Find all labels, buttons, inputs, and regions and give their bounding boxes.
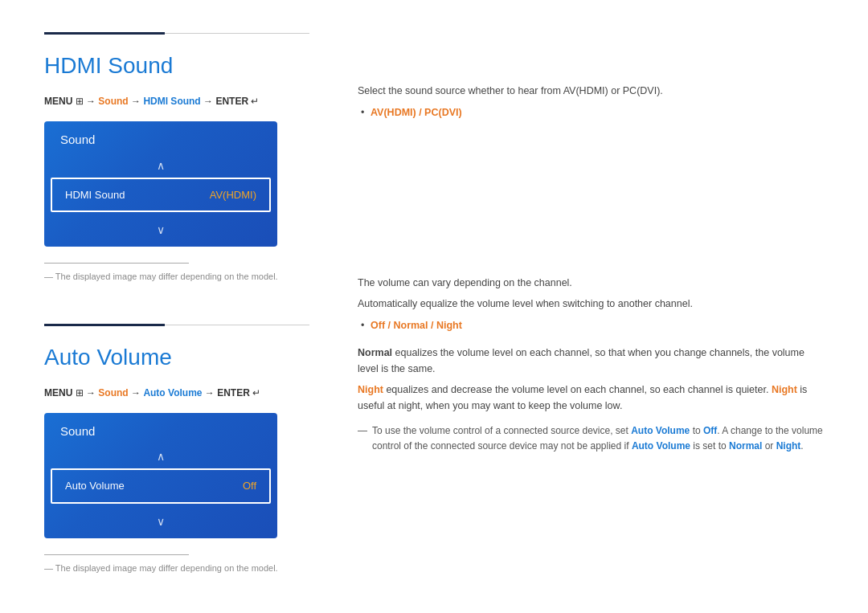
tv-menu-2-item: Auto Volume Off xyxy=(51,468,271,504)
section1-title: HDMI Sound xyxy=(44,49,309,83)
section1-bullet-1: AV(HDMI) / PC(DVI) xyxy=(358,105,824,121)
disclaimer-text-2: The displayed image may differ depending… xyxy=(55,563,278,573)
section2-title: Auto Volume xyxy=(44,341,309,374)
note-text: To use the volume control of a connected… xyxy=(372,423,824,454)
tv-menu-1-header: Sound xyxy=(44,121,277,154)
menu-prefix-2: MENU xyxy=(44,387,72,398)
line-dark-1 xyxy=(44,32,165,35)
menu-prefix-1: MENU xyxy=(44,96,72,107)
note-dash: ― xyxy=(358,423,367,439)
tv-menu-2-arrow-down: ∨ xyxy=(44,510,277,538)
right-panel: Select the sound source whether to hear … xyxy=(334,32,824,574)
disclaimer-line-1 xyxy=(44,263,189,264)
section2-bullet-text: Off / Normal / Night xyxy=(371,320,462,331)
tv-menu-2-header: Sound xyxy=(44,413,277,446)
menu-sound-1: Sound xyxy=(98,96,128,107)
disclaimer-dash-1: ― xyxy=(44,272,55,281)
tv-menu-2: Sound ∧ Auto Volume Off ∨ xyxy=(44,413,277,538)
tv-menu-2-item-value: Off xyxy=(243,478,256,494)
tv-menu-1-item: HDMI Sound AV(HDMI) xyxy=(51,178,271,213)
disclaimer-dash-2: ― xyxy=(44,563,55,573)
menu-sound-2: Sound xyxy=(98,387,128,398)
section2: Auto Volume MENU ⊞ → Sound → Auto Volume… xyxy=(44,324,309,575)
menu-arrow-2: → xyxy=(203,96,215,107)
left-panel: HDMI Sound MENU ⊞ → Sound → HDMI Sound →… xyxy=(44,32,334,574)
night-label-2: Night xyxy=(772,384,797,395)
section2-note: ― To use the volume control of a connect… xyxy=(358,423,824,454)
section2-normal-desc: Normal equalizes the volume level on eac… xyxy=(358,345,824,377)
night-label-1: Night xyxy=(358,384,383,395)
line-light-1 xyxy=(165,33,309,34)
section2-desc2: Automatically equalize the volume level … xyxy=(358,296,824,312)
menu-enter-2: ENTER xyxy=(217,387,250,398)
menu-icon-2: ⊞ → xyxy=(76,387,99,398)
tv-menu-1: Sound ∧ HDMI Sound AV(HDMI) ∨ xyxy=(44,121,277,247)
line-dark-2 xyxy=(44,324,165,326)
note-auto-volume-1: Auto Volume xyxy=(631,425,690,436)
menu-arrow-3: → xyxy=(131,387,143,398)
night-desc-text-1: equalizes and decrease the volume level … xyxy=(386,384,772,395)
section1: HDMI Sound MENU ⊞ → Sound → HDMI Sound →… xyxy=(44,32,309,284)
section1-bullets: AV(HDMI) / PC(DVI) xyxy=(358,105,824,121)
tv-menu-1-arrow-up: ∧ xyxy=(44,154,277,178)
enter-icon-1: ↵ xyxy=(251,96,259,107)
section2-right: The volume can vary depending on the cha… xyxy=(358,275,824,454)
note-normal: Normal xyxy=(729,440,762,452)
menu-icon-1: ⊞ → xyxy=(76,96,99,107)
section1-desc: Select the sound source whether to hear … xyxy=(358,83,824,99)
tv-menu-1-item-value: AV(HDMI) xyxy=(210,187,256,203)
tv-menu-2-arrow-up: ∧ xyxy=(44,445,277,468)
tv-menu-1-arrow-down: ∨ xyxy=(44,219,277,247)
menu-item-1: HDMI Sound xyxy=(143,96,200,107)
section1-disclaimer: ― The displayed image may differ dependi… xyxy=(44,270,309,284)
section2-bullet-1: Off / Normal / Night xyxy=(358,318,824,333)
section1-menu-path: MENU ⊞ → Sound → HDMI Sound → ENTER ↵ xyxy=(44,94,309,108)
menu-item-2: Auto Volume xyxy=(143,387,202,398)
tv-menu-1-item-label: HDMI Sound xyxy=(65,187,125,203)
section1-top-line xyxy=(44,32,309,35)
section2-night-desc: Night equalizes and decrease the volume … xyxy=(358,382,824,414)
note-night: Night xyxy=(776,440,801,452)
menu-enter-1: ENTER xyxy=(215,96,248,107)
disclaimer-line-2 xyxy=(44,554,189,555)
normal-label: Normal xyxy=(358,347,392,358)
menu-arrow-4: → xyxy=(205,387,217,398)
normal-desc-text: equalizes the volume level on each chann… xyxy=(358,347,805,374)
section1-bullet-text: AV(HDMI) / PC(DVI) xyxy=(371,107,462,118)
note-off: Off xyxy=(703,425,717,436)
section2-top-line xyxy=(44,324,309,326)
menu-arrow-1: → xyxy=(131,96,143,107)
section1-right: Select the sound source whether to hear … xyxy=(358,36,824,121)
section2-desc1: The volume can vary depending on the cha… xyxy=(358,275,824,291)
disclaimer-text-1: The displayed image may differ depending… xyxy=(55,272,278,281)
enter-icon-2: ↵ xyxy=(252,387,260,398)
note-auto-volume-2: Auto Volume xyxy=(632,440,690,452)
tv-menu-2-item-label: Auto Volume xyxy=(65,478,125,494)
section2-menu-path: MENU ⊞ → Sound → Auto Volume → ENTER ↵ xyxy=(44,386,309,400)
line-light-2 xyxy=(165,325,309,325)
section2-bullets: Off / Normal / Night xyxy=(358,318,824,333)
page-container: HDMI Sound MENU ⊞ → Sound → HDMI Sound →… xyxy=(0,0,868,607)
section2-disclaimer: ― The displayed image may differ dependi… xyxy=(44,562,309,575)
